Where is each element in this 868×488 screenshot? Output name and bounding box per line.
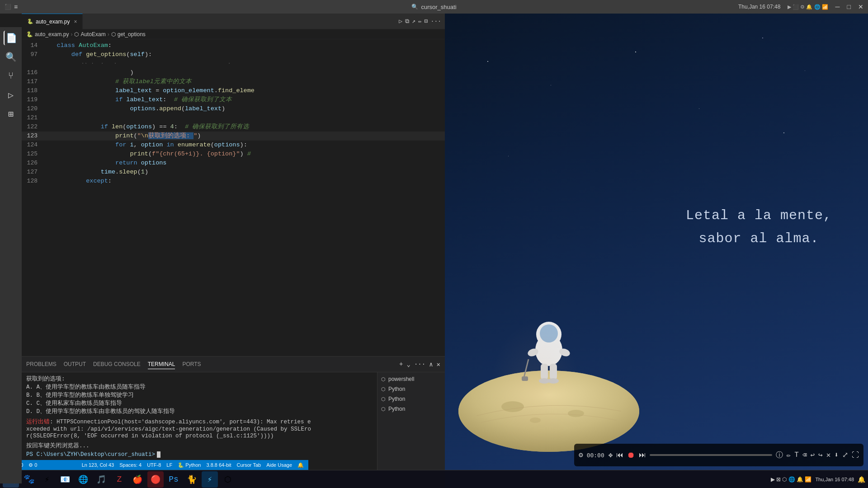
shell-powershell[interactable]: ⬡ powershell [377,374,445,384]
terminal-close-btn[interactable]: ✕ [437,361,440,368]
taskbar-browser1[interactable]: 🌐 [75,471,91,488]
taskbar-photoshop[interactable]: Ps [165,471,182,488]
taskbar-zotero[interactable]: Z [111,471,127,488]
explorer-icon[interactable]: 📄 [4,31,18,45]
system-tray: ▶ ⊠ ⬡ 🌐 🔔 📶 Thu,Jan 16 07:48 🔔 [771,476,865,483]
search-icon[interactable]: 🔍 [4,50,18,64]
code-editor[interactable]: 14 class AutoExam: 97 def get_options(se… [22,39,445,356]
edit-btn[interactable]: ✏ [418,18,422,25]
terminal-add-btn[interactable]: + [399,361,403,368]
media-text-btn[interactable]: T [794,451,799,459]
finder-icon: 🐾 [24,474,35,485]
extensions-icon[interactable]: ⊞ [4,107,18,121]
quote-text: Letal a la mente, sabor al alma. [686,204,832,250]
layout-btn[interactable]: ⊟ [425,18,428,25]
tab-terminal[interactable]: TERMINAL [148,359,175,369]
terminal-line-5: D. D、使用学车型的教练车由非教练员的驾驶人随车指导 [26,408,373,415]
media-info-btn[interactable]: ⓘ [776,450,783,460]
tab-actions: ▷ ⧉ ↗ ✏ ⊟ ··· [399,18,445,25]
open-btn[interactable]: ↗ [412,18,415,25]
breadcrumb-file[interactable]: auto_exam.py [35,31,69,38]
media-redo-btn[interactable]: ↪ [818,450,823,460]
media-play-btn[interactable]: ⏺ [627,450,635,460]
taskbar-app3[interactable]: 🐈 [184,471,200,488]
taskbar-mail[interactable]: 📧 [57,471,73,488]
status-right: Ln 123, Col 43 Spaces: 4 UTF-8 LF 🐍 Pyth… [82,462,304,468]
taskbar-music[interactable]: 🎵 [93,471,109,488]
taskbar-vscode[interactable]: ⚡ [202,471,218,488]
media-forward-btn[interactable]: ⏭ [639,451,646,460]
breadcrumb-class[interactable]: AutoExam [80,31,105,38]
media-undo-btn[interactable]: ↩ [810,450,815,460]
tab-auto-exam[interactable]: 🐍 auto_exam.py × [22,14,83,29]
shell-python-3[interactable]: ⬡ Python [377,404,445,414]
code-line-120: 120 options.append(label_text) [22,104,445,113]
zotero-icon: Z [117,475,122,484]
media-erase-btn[interactable]: ⌫ [802,450,807,460]
code-line-125: 125 print(f"{chr(65+i)}. {option}") # [22,150,445,159]
tab-output[interactable]: OUTPUT [64,359,86,369]
search-text[interactable]: cursor_shuati [421,4,456,10]
app1-icon: 🍎 [132,474,142,484]
tab-close[interactable]: × [74,19,77,25]
app2-icon: 🔴 [151,474,160,484]
taskbar-terminal-app[interactable]: ⚡ [39,471,55,488]
status-encoding[interactable]: UTF-8 [147,462,161,468]
python-icon-3: ⬡ [381,406,386,412]
more-btn[interactable]: ··· [431,18,441,25]
source-control-icon[interactable]: ⑂ [4,69,18,83]
terminal-split-btn[interactable]: ⌄ [406,361,410,368]
shell-icon: ⬡ [381,376,386,382]
shell-python-2[interactable]: ⬡ Python [377,394,445,404]
expand-icon[interactable]: ⬛ [5,4,11,10]
breadcrumb-method[interactable]: get_options [118,31,146,38]
browser1-icon: 🌐 [78,474,88,484]
cursor-icon: ⬡ [224,474,231,484]
status-version[interactable]: 3.8.8 64-bit [206,462,231,468]
minimize-btn[interactable]: ─ [835,3,840,10]
taskbar-cursor[interactable]: ⬡ [220,471,236,488]
terminal-more-btn[interactable]: ··· [414,361,425,368]
code-line-116: 116 ) [22,68,445,77]
code-line-collapse: ·· · · · · [22,59,445,68]
status-aide[interactable]: Aide Usage [266,462,292,468]
debug-icon[interactable]: ▷ [4,88,18,102]
shell-python-1[interactable]: ⬡ Python [377,384,445,394]
media-move-btn[interactable]: ✥ [609,450,613,460]
media-progress[interactable] [650,454,772,456]
titlebar-right: Thu,Jan 16 07:48 ▶ ⬛ ⚙ 🔔 🌐 📶 ─ □ ✕ [738,3,863,10]
split-btn[interactable]: ⧉ [405,18,409,25]
status-spaces[interactable]: Spaces: 4 [119,462,142,468]
media-pen-btn[interactable]: ✏ [787,450,791,460]
status-cursor-tab[interactable]: Cursor Tab [237,462,261,468]
taskbar-app2[interactable]: 🔴 [147,471,164,488]
tab-debug-console[interactable]: DEBUG CONSOLE [93,359,141,369]
tray-notification[interactable]: 🔔 [858,476,865,483]
python-icon-2: ⬡ [381,396,386,402]
status-line-ending[interactable]: LF [166,462,172,468]
code-line-124: 124 for i, option in enumerate(options): [22,141,445,150]
media-download-btn[interactable]: ⬇ [834,450,839,460]
maximize-btn[interactable]: □ [847,3,851,10]
media-settings-btn[interactable]: ⚙ [579,450,583,460]
code-line-119: 119 if label_text: # 确保获取到了文本 [22,95,445,104]
status-language[interactable]: 🐍 Python [178,462,201,468]
tab-problems[interactable]: PROBLEMS [26,359,57,369]
terminal-tabs-bar: PROBLEMS OUTPUT DEBUG CONSOLE TERMINAL P… [22,357,445,372]
terminal-up-btn[interactable]: ∧ [429,361,433,368]
tab-ports[interactable]: PORTS [182,359,201,369]
taskbar-finder[interactable]: 🐾 [21,471,37,488]
status-line-col[interactable]: Ln 123, Col 43 [82,462,114,468]
media-prev-btn[interactable]: ⏮ [616,451,623,460]
media-fullscreen-btn[interactable]: ⛶ [852,451,859,460]
media-stop-btn[interactable]: ✕ [826,450,831,460]
vscode-icon: ⚡ [208,474,212,484]
status-bell[interactable]: 🔔 [297,462,304,468]
terminal-line-3: B. B、使用学车型的教练车单独驾驶学习 [26,391,373,399]
menu-icon[interactable]: ≡ [14,3,18,10]
close-btn[interactable]: ✕ [858,3,863,10]
taskbar-app1[interactable]: 🍎 [129,471,146,488]
run-btn[interactable]: ▷ [399,18,402,25]
terminal-line-6: 运行出错: HTTPSConnectionPool(host='dashscop… [26,418,373,426]
media-expand-btn[interactable]: ⤢ [842,450,848,460]
